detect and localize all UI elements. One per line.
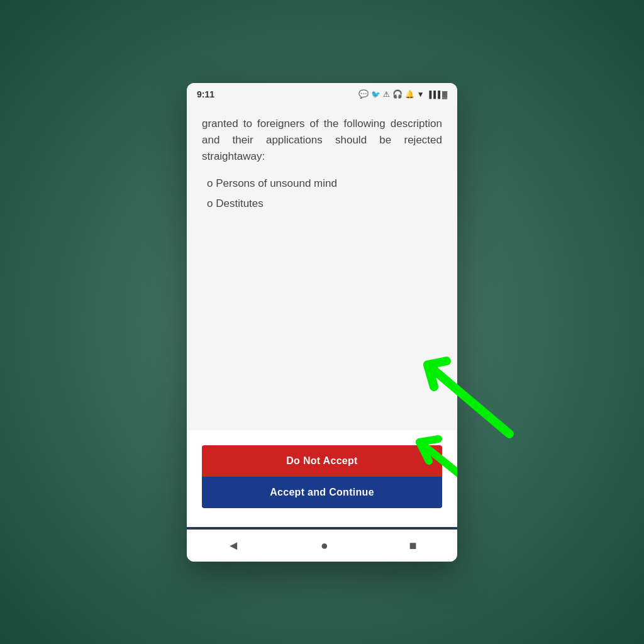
accept-continue-button[interactable]: Accept and Continue [202, 477, 442, 508]
network-bars-icon: ▐▐▐ [427, 91, 440, 98]
alert-icon: ⚠ [383, 90, 390, 99]
back-button[interactable]: ◄ [227, 538, 240, 553]
main-paragraph: granted to foreigners of the following d… [202, 116, 442, 165]
battery-icon: ▓ [442, 91, 447, 98]
list-item-2: o Destitutes [202, 196, 442, 212]
nav-bar: ◄ ● ■ [187, 530, 457, 562]
twitter-icon: 🐦 [371, 90, 380, 99]
buttons-area: Do Not Accept Accept and Continue [187, 430, 457, 527]
content-area: granted to foreigners of the following d… [187, 103, 457, 430]
home-button[interactable]: ● [321, 538, 328, 553]
do-not-accept-button[interactable]: Do Not Accept [202, 445, 442, 477]
status-icons: 💬 🐦 ⚠ 🎧 🔔 ▼ ▐▐▐ ▓ [358, 89, 447, 99]
status-time: 9:11 [197, 89, 214, 99]
headphone-icon: 🎧 [392, 89, 402, 99]
status-bar: 9:11 💬 🐦 ⚠ 🎧 🔔 ▼ ▐▐▐ ▓ [187, 83, 457, 103]
list-item-1: o Persons of unsound mind [202, 175, 442, 192]
phone-frame: 9:11 💬 🐦 ⚠ 🎧 🔔 ▼ ▐▐▐ ▓ granted to foreig… [187, 83, 457, 562]
signal-icon: ▼ [417, 90, 425, 99]
whatsapp-icon: 💬 [358, 89, 369, 99]
bell-icon: 🔔 [405, 90, 414, 99]
recent-apps-button[interactable]: ■ [409, 538, 417, 553]
